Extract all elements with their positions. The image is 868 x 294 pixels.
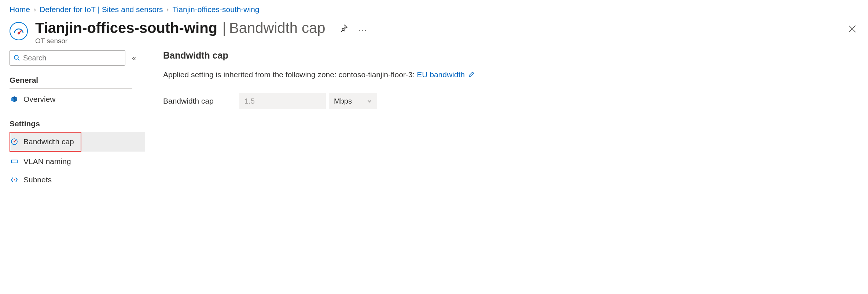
breadcrumb-sites-sensors[interactable]: Defender for IoT | Sites and sensors bbox=[40, 5, 163, 14]
ellipsis-icon: … bbox=[358, 22, 368, 34]
title-sub: Bandwidth cap bbox=[229, 20, 325, 36]
section-label-settings: Settings bbox=[10, 118, 151, 132]
inherited-setting-description: Applied setting is inherited from the fo… bbox=[163, 70, 858, 79]
cube-icon bbox=[10, 96, 18, 103]
title-separator: | bbox=[222, 20, 226, 36]
pin-button[interactable] bbox=[338, 22, 350, 34]
section-label-general: General bbox=[10, 74, 132, 89]
bandwidth-value-input[interactable] bbox=[239, 93, 326, 109]
search-box[interactable] bbox=[10, 50, 125, 66]
field-label: Bandwidth cap bbox=[163, 97, 236, 105]
sidebar-item-label: VLAN naming bbox=[23, 157, 71, 166]
pin-icon bbox=[339, 24, 348, 33]
sidebar-item-bandwidth-cap[interactable]: Bandwidth cap bbox=[10, 132, 145, 152]
breadcrumb-sensor[interactable]: Tianjin-offices-south-wing bbox=[173, 5, 260, 14]
bandwidth-unit-select[interactable]: Mbps bbox=[329, 93, 377, 109]
unit-label: Mbps bbox=[334, 97, 352, 105]
collapse-sidebar-button[interactable]: « bbox=[132, 54, 136, 62]
svg-line-5 bbox=[18, 59, 19, 60]
gauge-icon bbox=[10, 138, 18, 145]
title-main: Tianjin-offices-south-wing bbox=[35, 20, 217, 36]
gauge-icon bbox=[10, 22, 28, 40]
svg-point-4 bbox=[14, 55, 18, 59]
desc-text: Applied setting is inherited from the fo… bbox=[163, 70, 417, 79]
more-button[interactable]: … bbox=[356, 21, 369, 35]
search-icon bbox=[14, 55, 20, 61]
pencil-icon bbox=[468, 71, 475, 77]
content-heading: Bandwidth cap bbox=[163, 50, 858, 61]
close-button[interactable] bbox=[847, 24, 857, 35]
chevron-right-icon: › bbox=[167, 6, 169, 14]
main-content: Bandwidth cap Applied setting is inherit… bbox=[151, 50, 858, 291]
page-title: Tianjin-offices-south-wing | Bandwidth c… bbox=[35, 20, 326, 36]
search-input[interactable] bbox=[23, 54, 121, 62]
svg-point-11 bbox=[14, 179, 15, 181]
breadcrumb-home[interactable]: Home bbox=[10, 5, 30, 14]
chevron-double-left-icon: « bbox=[132, 54, 136, 62]
tag-icon bbox=[10, 159, 18, 164]
sidebar-item-overview[interactable]: Overview bbox=[10, 90, 145, 108]
bandwidth-field-row: Bandwidth cap Mbps bbox=[163, 93, 858, 109]
sidebar-item-vlan-naming[interactable]: VLAN naming bbox=[10, 152, 145, 171]
sidebar-item-subnets[interactable]: Subnets bbox=[10, 171, 145, 189]
page-header: Tianjin-offices-south-wing | Bandwidth c… bbox=[0, 18, 868, 45]
sidebar-item-label: Overview bbox=[23, 95, 56, 104]
sidebar-item-label: Bandwidth cap bbox=[23, 137, 74, 146]
close-icon bbox=[847, 24, 857, 34]
page-subtitle: OT sensor bbox=[35, 37, 369, 45]
svg-point-8 bbox=[14, 141, 15, 142]
edit-button[interactable] bbox=[468, 70, 475, 79]
svg-line-1 bbox=[19, 30, 22, 33]
chevron-down-icon bbox=[367, 97, 372, 105]
sidebar-item-label: Subnets bbox=[23, 175, 52, 184]
svg-rect-10 bbox=[12, 160, 17, 163]
breadcrumb: Home › Defender for IoT | Sites and sens… bbox=[0, 0, 868, 18]
chevron-right-icon: › bbox=[34, 6, 36, 14]
inherited-setting-link[interactable]: EU bandwidth bbox=[417, 70, 465, 79]
sidebar: « General Overview Settings bbox=[10, 50, 151, 291]
brackets-icon bbox=[10, 177, 18, 183]
